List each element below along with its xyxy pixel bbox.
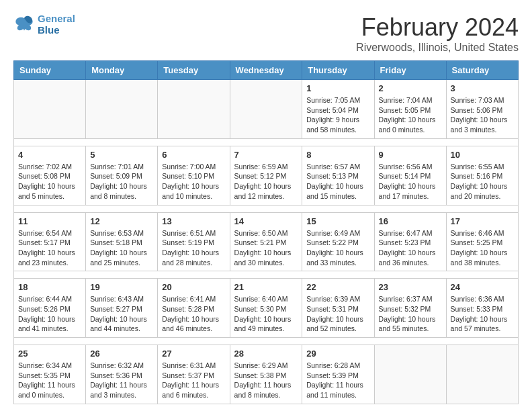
day-info: Sunrise: 7:04 AM Sunset: 5:05 PM Dayligh… (379, 95, 442, 135)
day-info: Sunrise: 6:50 AM Sunset: 5:21 PM Dayligh… (234, 228, 298, 268)
calendar-cell: 12Sunrise: 6:53 AM Sunset: 5:18 PM Dayli… (86, 212, 158, 271)
calendar-cell: 23Sunrise: 6:37 AM Sunset: 5:32 PM Dayli… (374, 279, 446, 338)
calendar-week-row-4: 25Sunrise: 6:34 AM Sunset: 5:35 PM Dayli… (14, 345, 519, 404)
logo: General Blue (13, 13, 75, 36)
header: General Blue February 2024 Riverwoods, I… (13, 13, 519, 54)
calendar-cell: 19Sunrise: 6:43 AM Sunset: 5:27 PM Dayli… (86, 279, 158, 338)
day-info: Sunrise: 6:54 AM Sunset: 5:17 PM Dayligh… (18, 228, 81, 268)
day-number: 22 (306, 282, 369, 292)
separator-cell (14, 338, 519, 345)
location-title: Riverwoods, Illinois, United States (356, 42, 519, 54)
day-number: 14 (234, 216, 298, 226)
row-separator (14, 205, 519, 212)
calendar-cell (230, 80, 302, 139)
day-number: 15 (306, 216, 369, 226)
day-number: 11 (18, 216, 81, 226)
calendar-week-row-0: 1Sunrise: 7:05 AM Sunset: 5:04 PM Daylig… (14, 80, 519, 139)
day-info: Sunrise: 6:55 AM Sunset: 5:16 PM Dayligh… (451, 162, 514, 201)
calendar-week-row-1: 4Sunrise: 7:02 AM Sunset: 5:08 PM Daylig… (14, 146, 519, 205)
calendar-cell (374, 345, 446, 404)
day-info: Sunrise: 6:51 AM Sunset: 5:19 PM Dayligh… (162, 228, 225, 268)
day-number: 20 (162, 282, 225, 292)
calendar-cell: 11Sunrise: 6:54 AM Sunset: 5:17 PM Dayli… (14, 212, 86, 271)
calendar-cell: 7Sunrise: 6:59 AM Sunset: 5:12 PM Daylig… (230, 146, 302, 205)
day-info: Sunrise: 6:56 AM Sunset: 5:14 PM Dayligh… (379, 162, 442, 201)
day-number: 17 (451, 216, 514, 226)
calendar-header-row: Sunday Monday Tuesday Wednesday Thursday… (14, 61, 519, 80)
day-info: Sunrise: 6:34 AM Sunset: 5:35 PM Dayligh… (18, 361, 81, 400)
day-info: Sunrise: 6:39 AM Sunset: 5:31 PM Dayligh… (306, 294, 369, 334)
day-info: Sunrise: 6:31 AM Sunset: 5:37 PM Dayligh… (162, 361, 225, 400)
day-number: 1 (306, 83, 369, 93)
logo-bird-icon (13, 15, 35, 34)
col-sunday: Sunday (14, 61, 86, 80)
day-info: Sunrise: 6:53 AM Sunset: 5:18 PM Dayligh… (90, 228, 153, 268)
day-info: Sunrise: 6:41 AM Sunset: 5:28 PM Dayligh… (162, 294, 225, 334)
day-info: Sunrise: 7:05 AM Sunset: 5:04 PM Dayligh… (306, 95, 369, 135)
calendar-week-row-2: 11Sunrise: 6:54 AM Sunset: 5:17 PM Dayli… (14, 212, 519, 271)
day-number: 5 (90, 150, 153, 160)
day-info: Sunrise: 6:44 AM Sunset: 5:26 PM Dayligh… (18, 294, 81, 334)
day-number: 19 (90, 282, 153, 292)
calendar-table: Sunday Monday Tuesday Wednesday Thursday… (13, 60, 519, 404)
day-number: 3 (451, 83, 514, 93)
day-info: Sunrise: 7:01 AM Sunset: 5:09 PM Dayligh… (90, 162, 153, 201)
calendar-cell: 5Sunrise: 7:01 AM Sunset: 5:09 PM Daylig… (86, 146, 158, 205)
row-separator (14, 338, 519, 345)
day-number: 2 (379, 83, 442, 93)
calendar-cell: 2Sunrise: 7:04 AM Sunset: 5:05 PM Daylig… (374, 80, 446, 139)
day-info: Sunrise: 7:02 AM Sunset: 5:08 PM Dayligh… (18, 162, 81, 201)
calendar-cell: 15Sunrise: 6:49 AM Sunset: 5:22 PM Dayli… (302, 212, 374, 271)
logo-text: General Blue (38, 13, 75, 36)
calendar-cell: 17Sunrise: 6:46 AM Sunset: 5:25 PM Dayli… (446, 212, 518, 271)
day-number: 21 (234, 282, 298, 292)
row-separator (14, 138, 519, 146)
calendar-cell (86, 80, 158, 139)
day-info: Sunrise: 6:46 AM Sunset: 5:25 PM Dayligh… (451, 228, 514, 268)
day-number: 24 (451, 282, 514, 292)
col-monday: Monday (86, 61, 158, 80)
month-title: February 2024 (356, 13, 519, 42)
day-info: Sunrise: 6:36 AM Sunset: 5:33 PM Dayligh… (451, 294, 514, 334)
calendar-cell: 25Sunrise: 6:34 AM Sunset: 5:35 PM Dayli… (14, 345, 86, 404)
day-number: 26 (90, 349, 153, 359)
calendar-cell: 6Sunrise: 7:00 AM Sunset: 5:10 PM Daylig… (158, 146, 230, 205)
day-number: 6 (162, 150, 225, 160)
day-number: 28 (234, 349, 298, 359)
calendar-cell: 13Sunrise: 6:51 AM Sunset: 5:19 PM Dayli… (158, 212, 230, 271)
day-number: 18 (18, 282, 81, 292)
calendar-cell (14, 80, 86, 139)
calendar-cell: 4Sunrise: 7:02 AM Sunset: 5:08 PM Daylig… (14, 146, 86, 205)
calendar-week-row-3: 18Sunrise: 6:44 AM Sunset: 5:26 PM Dayli… (14, 279, 519, 338)
calendar-cell: 8Sunrise: 6:57 AM Sunset: 5:13 PM Daylig… (302, 146, 374, 205)
calendar-cell (158, 80, 230, 139)
day-number: 27 (162, 349, 225, 359)
calendar-cell: 16Sunrise: 6:47 AM Sunset: 5:23 PM Dayli… (374, 212, 446, 271)
separator-cell (14, 205, 519, 212)
calendar-cell: 21Sunrise: 6:40 AM Sunset: 5:30 PM Dayli… (230, 279, 302, 338)
day-number: 16 (379, 216, 442, 226)
day-number: 25 (18, 349, 81, 359)
day-info: Sunrise: 6:49 AM Sunset: 5:22 PM Dayligh… (306, 228, 369, 268)
day-number: 13 (162, 216, 225, 226)
day-info: Sunrise: 6:59 AM Sunset: 5:12 PM Dayligh… (234, 162, 298, 201)
calendar-cell: 3Sunrise: 7:03 AM Sunset: 5:06 PM Daylig… (446, 80, 518, 139)
calendar-cell: 20Sunrise: 6:41 AM Sunset: 5:28 PM Dayli… (158, 279, 230, 338)
calendar-cell: 18Sunrise: 6:44 AM Sunset: 5:26 PM Dayli… (14, 279, 86, 338)
day-number: 9 (379, 150, 442, 160)
day-info: Sunrise: 6:40 AM Sunset: 5:30 PM Dayligh… (234, 294, 298, 334)
day-info: Sunrise: 6:29 AM Sunset: 5:38 PM Dayligh… (234, 361, 298, 400)
calendar-cell: 29Sunrise: 6:28 AM Sunset: 5:39 PM Dayli… (302, 345, 374, 404)
calendar-cell: 27Sunrise: 6:31 AM Sunset: 5:37 PM Dayli… (158, 345, 230, 404)
day-number: 7 (234, 150, 298, 160)
day-number: 12 (90, 216, 153, 226)
calendar-cell: 24Sunrise: 6:36 AM Sunset: 5:33 PM Dayli… (446, 279, 518, 338)
day-info: Sunrise: 6:47 AM Sunset: 5:23 PM Dayligh… (379, 228, 442, 268)
calendar-cell: 10Sunrise: 6:55 AM Sunset: 5:16 PM Dayli… (446, 146, 518, 205)
title-section: February 2024 Riverwoods, Illinois, Unit… (356, 13, 519, 54)
calendar-cell: 26Sunrise: 6:32 AM Sunset: 5:36 PM Dayli… (86, 345, 158, 404)
row-separator (14, 271, 519, 279)
day-info: Sunrise: 6:37 AM Sunset: 5:32 PM Dayligh… (379, 294, 442, 334)
calendar-cell: 1Sunrise: 7:05 AM Sunset: 5:04 PM Daylig… (302, 80, 374, 139)
day-number: 10 (451, 150, 514, 160)
